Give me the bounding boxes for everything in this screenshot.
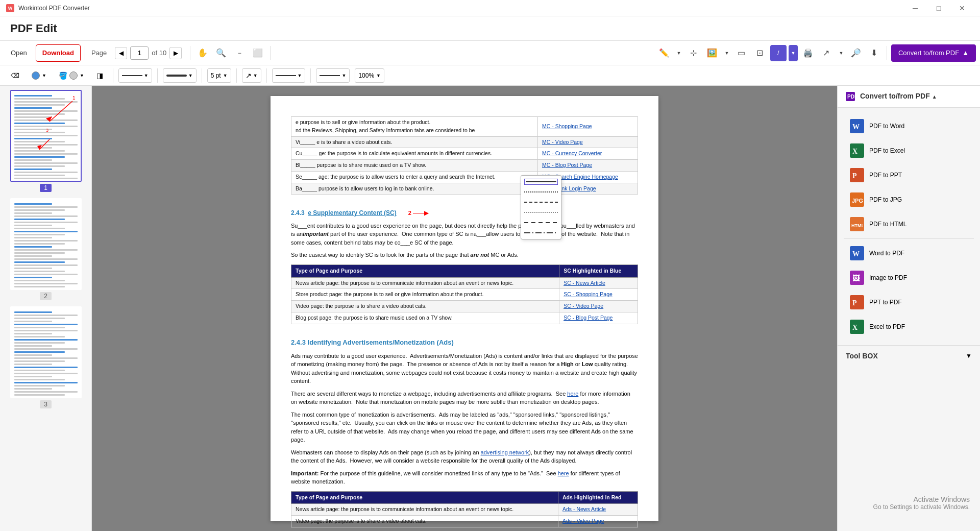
convert-item-ppt-to-pdf[interactable]: P PPT to PDF	[844, 290, 974, 315]
here-link-1[interactable]: here	[567, 391, 578, 397]
here-link-2[interactable]: here	[558, 470, 569, 476]
advertising-network-link[interactable]: advertising network	[481, 449, 529, 455]
zoom-in-button[interactable]: 🔍	[213, 45, 229, 61]
line-dropdown2[interactable]: ▼	[789, 45, 798, 61]
convert-item-excel-to-pdf[interactable]: X Excel to PDF	[844, 315, 974, 339]
line-style-small-dash[interactable]	[524, 199, 558, 205]
convert-item-pdf-to-jpg[interactable]: JPG PDF to JPG	[844, 187, 974, 212]
search-button[interactable]: 🔎	[848, 45, 864, 61]
open-button[interactable]: Open	[4, 44, 34, 62]
section-sc-title: 2.4.3 e Supplementary Content (SC) 2 ——▶	[291, 208, 638, 218]
convert-item-word-to-pdf[interactable]: W Word to PDF	[844, 241, 974, 266]
line-style-dotted[interactable]	[524, 189, 558, 195]
zoom-out-button[interactable]: －	[231, 45, 248, 61]
svg-text:W: W	[852, 250, 860, 258]
line-style-long-dash[interactable]	[524, 220, 558, 226]
line-style-dots-spaced[interactable]	[524, 209, 558, 215]
ads-video-link[interactable]: Ads - Video Page	[562, 518, 604, 524]
zoom-dropdown[interactable]: 100% ▼	[355, 68, 384, 83]
line-style-solid[interactable]	[524, 179, 558, 185]
print-button[interactable]: 🖨️	[800, 45, 816, 61]
image-dropdown[interactable]: ▼	[722, 45, 731, 61]
convert-item-pdf-to-word[interactable]: W PDF to Word	[844, 114, 974, 138]
table-row: Video page: the purpose is to share a vi…	[291, 301, 638, 312]
ppt-icon: P	[850, 168, 864, 182]
small-dash-preview	[524, 202, 558, 203]
line-end-preview	[276, 75, 296, 76]
mc-shopping-link[interactable]: MC - Shopping Page	[542, 123, 592, 129]
mc-blog-link[interactable]: MC - Blog Post Page	[542, 162, 592, 168]
share-button[interactable]: ↗	[818, 45, 835, 61]
table-row: e purpose is to sell or give information…	[291, 117, 638, 137]
line-cap-style-dropdown[interactable]: ▼	[316, 68, 350, 83]
convert-item-pdf-to-excel[interactable]: X PDF to Excel	[844, 138, 974, 163]
window-controls: ─ □ ✕	[903, 0, 974, 16]
text-box-button[interactable]: ▭	[733, 45, 750, 61]
download-button[interactable]: Download	[36, 44, 81, 62]
mixed-dash-preview	[524, 232, 558, 233]
selection-tool-button[interactable]: ⊹	[685, 45, 702, 61]
line-cap-preview	[320, 75, 340, 76]
mc-currency-link[interactable]: MC - Currency Converter	[542, 150, 602, 156]
line-style-popup[interactable]	[521, 175, 561, 239]
page-number-input[interactable]: 1	[130, 46, 149, 60]
word-icon-svg: W	[851, 119, 863, 133]
sc-table: Type of Page and Purpose SC Highlighted …	[291, 264, 638, 324]
pdf-viewer[interactable]: e purpose is to sell or give information…	[92, 86, 837, 531]
ads-section-title: 2.4.3 Identifying Advertisements/Monetiz…	[291, 337, 638, 348]
line-cap-arrow: ▼	[341, 73, 346, 78]
line-style-mixed-dash[interactable]	[524, 230, 558, 236]
sc-video-link[interactable]: SC - Video Page	[564, 303, 603, 309]
convert-item-image-to-pdf[interactable]: 🖼 Image to PDF	[844, 266, 974, 290]
draw-color-button[interactable]: ▼	[27, 68, 51, 83]
crop-button[interactable]: ⊡	[752, 45, 768, 61]
pt-size-dropdown[interactable]: 5 pt ▼	[207, 68, 231, 83]
zoom-dropdown-arrow: ▼	[376, 73, 381, 78]
prev-page-button[interactable]: ◀	[115, 47, 127, 59]
next-page-button[interactable]: ▶	[169, 47, 182, 59]
minimize-button[interactable]: ─	[903, 0, 927, 16]
download-icon-button[interactable]: ⬇	[866, 45, 883, 61]
line-width-dropdown[interactable]: ▼	[163, 68, 197, 83]
line-draw-button[interactable]: /	[770, 45, 787, 61]
sc-blog-link[interactable]: SC - Blog Post Page	[564, 315, 612, 321]
convert-item-pdf-to-ppt[interactable]: P PDF to PPT	[844, 163, 974, 187]
convert-to-from-pdf-button[interactable]: Convert to/from PDF ▲	[891, 44, 976, 62]
thumbnail-number-2: 2	[40, 292, 52, 300]
pan-tool-button[interactable]: ✋	[194, 45, 211, 61]
page-navigation: ◀ 1 of 10 ▶	[115, 46, 182, 60]
pencil-tool-button[interactable]: ✏️	[656, 45, 672, 61]
opacity-button[interactable]: ◨	[92, 68, 108, 83]
fit-page-button[interactable]: ⬜	[250, 45, 266, 61]
convert-icon: PDF	[846, 92, 855, 101]
close-button[interactable]: ✕	[950, 0, 974, 16]
draw-eraser-button[interactable]: ⌫	[6, 68, 24, 83]
convert-item-pdf-to-html[interactable]: HTML PDF to HTML	[844, 212, 974, 236]
arrow-style-preview: ↗	[246, 71, 252, 80]
sc-news-link[interactable]: SC - News Article	[564, 280, 605, 286]
ads-table-header-1: Type of Page and Purpose	[291, 491, 558, 504]
html-icon: HTML	[850, 217, 864, 231]
ads-news-link[interactable]: Ads - News Article	[562, 506, 606, 512]
draw-fill-button[interactable]: 🪣 ▼	[54, 68, 89, 83]
share-dropdown[interactable]: ▼	[837, 45, 846, 61]
convert-panel-collapse[interactable]: ▲	[932, 94, 937, 100]
table-row: Ba_____ purpose is to allow users to log…	[291, 183, 638, 195]
annotation-2: 2 ——▶	[408, 210, 428, 216]
word-icon: W	[850, 119, 864, 133]
toolbox-section[interactable]: Tool BOX ▼	[838, 345, 980, 366]
arrow-style-dropdown[interactable]: ↗ ▼	[242, 68, 261, 83]
pdf-page: e purpose is to sell or give information…	[271, 96, 658, 521]
line-end-style-dropdown[interactable]: ▼	[272, 68, 306, 83]
excel-icon: X	[850, 143, 864, 158]
sc-shopping-link[interactable]: SC - Shopping Page	[564, 291, 612, 297]
pencil-dropdown[interactable]: ▼	[674, 45, 683, 61]
maximize-button[interactable]: □	[927, 0, 950, 16]
thumbnail-2[interactable]: 2	[4, 198, 87, 300]
image-tool-button[interactable]: 🖼️	[704, 45, 720, 61]
thumbnail-3[interactable]: 3	[4, 306, 87, 408]
mc-video-link[interactable]: MC - Video Page	[542, 139, 583, 145]
line-style-dropdown[interactable]: ▼	[118, 68, 152, 83]
svg-text:JPG: JPG	[852, 198, 863, 204]
thumbnail-1[interactable]: 1 3	[4, 90, 87, 192]
